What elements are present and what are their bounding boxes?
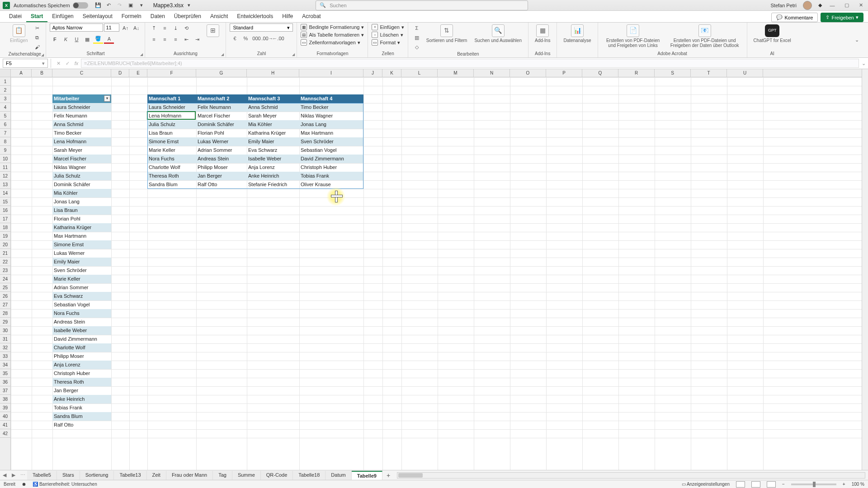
mitarbeiter-cell[interactable]: Lena Hofmann [52, 137, 111, 146]
row-header[interactable]: 20 [0, 240, 10, 249]
sheet-tab[interactable]: Stars [57, 471, 80, 480]
col-header[interactable]: B [32, 69, 52, 77]
col-header[interactable]: R [618, 69, 655, 77]
row-header[interactable]: 35 [0, 369, 10, 378]
row-header[interactable]: 3 [0, 94, 10, 103]
team-cell[interactable]: Jan Berger [196, 172, 247, 180]
row-header[interactable]: 16 [0, 206, 10, 215]
team-cell[interactable]: Katharina Krüger [247, 129, 299, 137]
sheet-tab[interactable]: QR-Code [261, 471, 293, 480]
team-cell[interactable]: Felix Neumann [196, 103, 247, 112]
align-middle-icon[interactable]: ≡ [160, 23, 170, 33]
camera-icon[interactable]: ▣ [126, 1, 135, 10]
team-cell[interactable]: Anna Schmid [247, 103, 299, 112]
font-color-icon[interactable]: A [104, 35, 114, 44]
decrease-font-icon[interactable]: A↓ [131, 23, 141, 33]
format-as-table-button[interactable]: ▤Als Tabelle formatieren▾ [301, 31, 364, 38]
team-cell[interactable]: Ralf Otto [196, 180, 247, 189]
sheet-tab[interactable]: Zeit [147, 471, 166, 480]
page-break-view-icon[interactable] [767, 481, 776, 488]
row-header[interactable]: 22 [0, 258, 10, 266]
mitarbeiter-cell[interactable]: Marie Keller [52, 275, 111, 283]
add-sheet-button[interactable]: + [382, 472, 394, 479]
accessibility-status[interactable]: ♿ Barrierefreiheit: Untersuchen [33, 482, 97, 487]
mitarbeiter-cell[interactable]: Sandra Blum [52, 412, 111, 421]
sheet-tab[interactable]: Tag [213, 471, 232, 480]
mitarbeiter-cell[interactable]: Jan Berger [52, 386, 111, 395]
row-header[interactable]: 1 [0, 77, 10, 86]
qat-dropdown-icon[interactable]: ▾ [137, 1, 146, 10]
row-header[interactable]: 36 [0, 378, 10, 386]
fill-color-icon[interactable]: 🪣 [93, 35, 103, 44]
comments-button[interactable]: 💬Kommentare [771, 13, 818, 22]
zoom-level[interactable]: 100 % [852, 482, 864, 487]
addins-button[interactable]: ▦Add-Ins [532, 23, 553, 44]
row-header[interactable]: 15 [0, 197, 10, 206]
row-header[interactable]: 7 [0, 129, 10, 137]
team-cell[interactable]: Sandra Blum [147, 180, 196, 189]
mitarbeiter-cell[interactable]: Lisa Braun [52, 206, 111, 215]
team-cell[interactable]: Jonas Lang [299, 120, 363, 129]
row-header[interactable]: 12 [0, 172, 10, 180]
mitarbeiter-cell[interactable]: Emily Maier [52, 258, 111, 266]
mitarbeiter-cell[interactable]: Marcel Fischer [52, 155, 111, 163]
orientation-icon[interactable]: ⟲ [181, 23, 191, 33]
name-box[interactable]: F5▾ [3, 59, 48, 68]
document-name[interactable]: Mappe3.xlsx [153, 2, 184, 9]
row-header[interactable]: 11 [0, 163, 10, 172]
row-header[interactable]: 14 [0, 189, 10, 197]
team-cell[interactable]: Emily Maier [247, 137, 299, 146]
sort-filter-button[interactable]: ⇅Sortieren und Filtern [424, 23, 470, 44]
row-header[interactable]: 25 [0, 283, 10, 292]
vertical-scrollbar[interactable] [862, 69, 868, 470]
align-right-icon[interactable]: ≡ [170, 35, 180, 44]
team-cell[interactable]: Charlotte Wolf [147, 163, 196, 172]
row-header[interactable]: 29 [0, 318, 10, 326]
row-header[interactable]: 38 [0, 395, 10, 404]
underline-button[interactable]: U [71, 35, 81, 44]
row-header[interactable]: 30 [0, 326, 10, 335]
sheet-tab[interactable]: Sortierung [80, 471, 114, 480]
wrap-merge-button[interactable]: ⊞ [204, 23, 222, 38]
select-all-triangle[interactable] [0, 69, 11, 77]
restore-icon[interactable]: ▢ [843, 1, 851, 9]
sheet-tab[interactable]: Tabelle9 [352, 471, 382, 480]
col-header[interactable]: I [299, 69, 363, 77]
team-cell[interactable]: Lukas Werner [196, 137, 247, 146]
number-format-combo[interactable]: Standard▾ [230, 23, 293, 32]
mitarbeiter-cell[interactable]: Isabelle Weber [52, 326, 111, 335]
row-header[interactable]: 6 [0, 120, 10, 129]
accept-formula-icon[interactable]: ✓ [63, 61, 72, 66]
col-header[interactable]: H [247, 69, 299, 77]
team-cell[interactable]: Adrian Sommer [196, 146, 247, 155]
col-header[interactable]: K [382, 69, 401, 77]
mitarbeiter-cell[interactable]: Katharina Krüger [52, 223, 111, 232]
share-button[interactable]: ⇪Freigeben▾ [821, 13, 863, 22]
conditional-format-button[interactable]: ▦Bedingte Formatierung▾ [301, 23, 364, 31]
col-header[interactable]: M [438, 69, 474, 77]
mitarbeiter-cell[interactable]: Sven Schröder [52, 266, 111, 275]
dialog-launcher-icon[interactable]: ◢ [221, 52, 224, 56]
tab-datei[interactable]: Datei [5, 11, 26, 22]
col-header[interactable]: T [691, 69, 727, 77]
user-name[interactable]: Stefan Petri [770, 3, 796, 8]
row-header[interactable]: 2 [0, 86, 10, 94]
align-left-icon[interactable]: ≡ [149, 35, 159, 44]
mitarbeiter-cell[interactable]: Philipp Moser [52, 352, 111, 361]
team-cell[interactable]: Philipp Moser [196, 163, 247, 172]
tab-seitenlayout[interactable]: Seitenlayout [78, 11, 117, 22]
align-top-icon[interactable]: ⤒ [149, 23, 159, 33]
cut-icon[interactable]: ✂ [32, 23, 42, 33]
sheet-nav-next-icon[interactable]: ▶ [9, 472, 18, 478]
row-header[interactable]: 28 [0, 309, 10, 318]
mitarbeiter-cell[interactable]: Anna Schmid [52, 120, 111, 129]
team-cell[interactable]: Timo Becker [299, 103, 363, 112]
sheet-tab[interactable]: Datum [326, 471, 351, 480]
align-bottom-icon[interactable]: ⤓ [170, 23, 180, 33]
team-cell[interactable]: Oliver Krause [299, 180, 363, 189]
find-select-button[interactable]: 🔍Suchen und Auswählen [472, 23, 524, 44]
save-icon[interactable]: 💾 [94, 1, 103, 10]
col-header[interactable]: S [655, 69, 691, 77]
zoom-out-icon[interactable]: − [782, 482, 785, 487]
mitarbeiter-cell[interactable]: Theresa Roth [52, 378, 111, 386]
